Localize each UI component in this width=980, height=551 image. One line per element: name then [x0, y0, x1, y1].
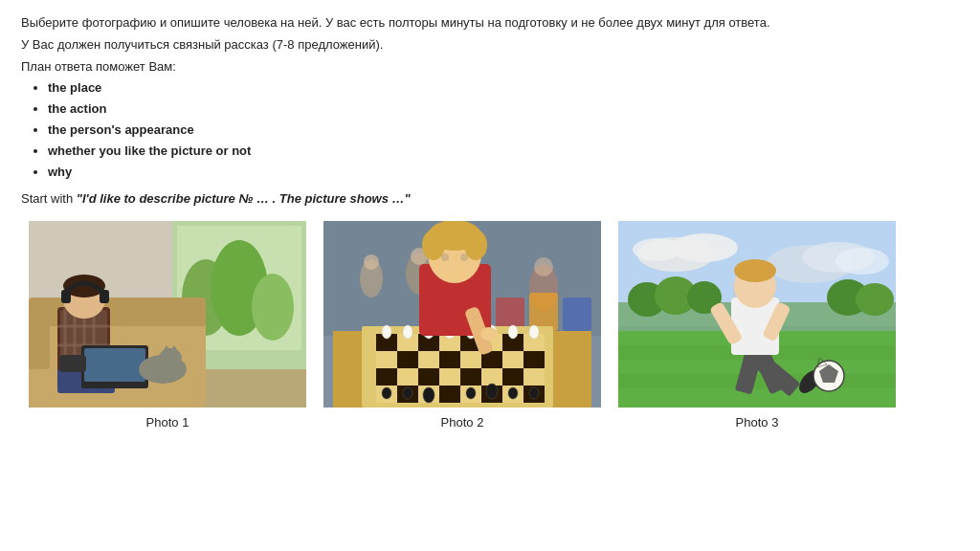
svg-rect-64	[460, 368, 481, 386]
photo-box-3[interactable]	[618, 221, 896, 408]
svg-point-103	[671, 233, 738, 262]
svg-rect-63	[439, 368, 460, 386]
svg-rect-8	[29, 298, 206, 326]
photo-item-1[interactable]: Photo 1	[29, 221, 306, 430]
svg-point-107	[835, 248, 889, 275]
svg-rect-56	[460, 351, 481, 368]
svg-rect-54	[418, 351, 439, 368]
plan-item-why: why	[48, 163, 959, 183]
svg-point-86	[423, 387, 434, 403]
svg-point-88	[486, 384, 498, 399]
svg-point-113	[856, 283, 894, 316]
svg-rect-62	[418, 368, 439, 386]
svg-rect-52	[376, 351, 397, 368]
start-quote: "I'd like to describe picture № … . The …	[77, 191, 411, 206]
plan-header: План ответа поможет Вам:	[21, 57, 959, 77]
photo-caption-2: Photo 2	[441, 415, 484, 430]
svg-point-77	[403, 325, 412, 339]
svg-rect-67	[523, 368, 545, 386]
svg-point-96	[441, 253, 449, 261]
svg-rect-61	[397, 368, 418, 386]
svg-point-127	[734, 259, 776, 282]
svg-point-76	[382, 325, 391, 339]
svg-rect-21	[61, 290, 71, 303]
svg-rect-71	[439, 386, 460, 403]
svg-rect-65	[481, 368, 502, 386]
svg-rect-39	[496, 298, 524, 331]
photo-item-2[interactable]: Photo 2	[323, 221, 601, 430]
svg-rect-26	[59, 355, 86, 372]
plan-list: the place the action the person's appear…	[21, 78, 959, 182]
svg-rect-66	[502, 368, 523, 386]
svg-point-95	[464, 230, 487, 260]
svg-point-99	[480, 327, 498, 341]
svg-rect-59	[523, 351, 545, 368]
photo-caption-1: Photo 1	[146, 415, 189, 430]
svg-rect-60	[376, 368, 397, 386]
instruction-line1: Выберите фотографию и опишите человека н…	[21, 13, 959, 33]
instruction-line2: У Вас должен получиться связный рассказ …	[21, 35, 959, 55]
svg-rect-120	[618, 388, 896, 408]
svg-rect-58	[502, 351, 523, 368]
plan-item-place: the place	[48, 78, 959, 99]
svg-point-97	[460, 253, 468, 261]
svg-rect-25	[84, 348, 145, 382]
start-label: Start with	[21, 191, 77, 206]
svg-point-38	[534, 257, 553, 276]
photo-box-1[interactable]	[29, 221, 306, 408]
svg-point-82	[508, 325, 518, 339]
photo-item-3[interactable]: Photo 3	[618, 221, 896, 430]
svg-point-87	[466, 387, 476, 399]
photo-box-2[interactable]	[323, 221, 601, 408]
svg-point-83	[529, 325, 539, 339]
instructions-block: Выберите фотографию и опишите человека н…	[21, 13, 959, 209]
svg-point-104	[633, 238, 680, 261]
plan-item-appearance: the person's appearance	[48, 121, 959, 141]
svg-point-90	[529, 387, 539, 399]
photos-row: Photo 1	[29, 221, 959, 430]
svg-point-84	[382, 387, 391, 399]
svg-point-34	[364, 254, 379, 270]
svg-point-89	[508, 387, 518, 399]
svg-point-5	[252, 274, 294, 341]
svg-rect-22	[100, 290, 109, 303]
svg-point-94	[422, 230, 445, 260]
plan-item-action: the action	[48, 99, 959, 120]
photo-caption-3: Photo 3	[736, 415, 779, 430]
svg-rect-53	[397, 351, 418, 368]
svg-rect-55	[439, 351, 460, 368]
plan-item-like: whether you like the picture or not	[48, 142, 959, 162]
svg-rect-9	[29, 302, 50, 369]
svg-point-85	[403, 387, 412, 399]
start-prompt: Start with "I'd like to describe picture…	[21, 189, 959, 209]
svg-rect-41	[563, 298, 591, 331]
